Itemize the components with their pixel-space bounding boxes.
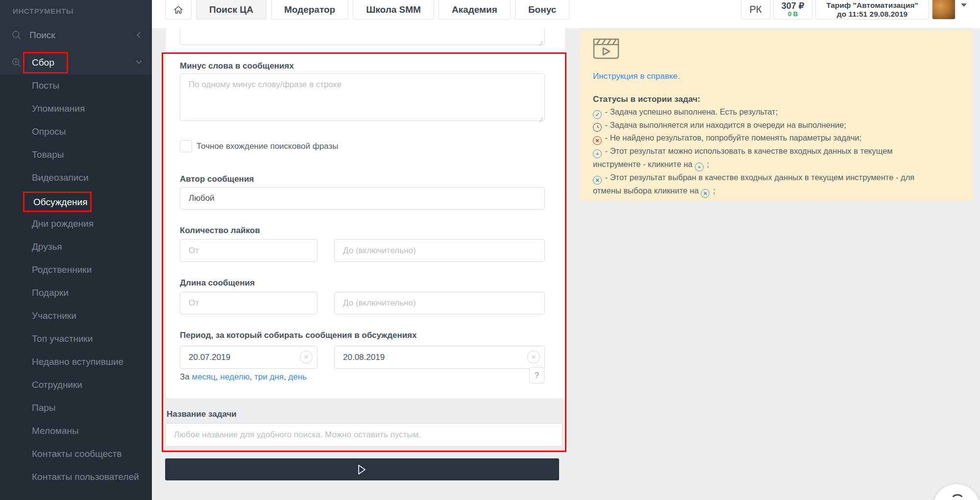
clear-date-icon[interactable]: ✕ <box>300 351 313 363</box>
period-quick-links: За месяц, неделю, три дня, день <box>180 372 307 382</box>
length-label: Длина сообщения <box>180 278 255 288</box>
status-line: ✕ - Не найдено результатов, попробуйте п… <box>593 132 916 145</box>
sidebar-subitem[interactable]: Обсуждения <box>23 191 92 212</box>
minus-words-textarea[interactable] <box>180 73 545 121</box>
cross-red-circle-icon: ✕ <box>593 136 602 145</box>
play-icon <box>358 464 367 475</box>
sidebar-item-label: Поиск <box>29 30 55 41</box>
tab[interactable]: Поиск ЦА <box>196 0 267 20</box>
sidebar: ИНСТРУМЕНТЫ Поиск Сбор ПостыУпоминанияОп… <box>0 0 152 500</box>
video-instruction-icon[interactable] <box>593 35 619 60</box>
sidebar-subitem[interactable]: Подарки <box>23 284 69 304</box>
sidebar-subitem[interactable]: Опросы <box>23 122 66 143</box>
sidebar-subitem[interactable]: Дни рождения <box>23 214 94 235</box>
chevron-left-icon <box>137 32 143 38</box>
topbar-tabs: Поиск ЦАМодераторШкола SMMАкадемияБонус <box>165 0 569 20</box>
run-task-button[interactable] <box>165 458 559 480</box>
home-tab[interactable] <box>165 0 192 20</box>
sidebar-subitem[interactable]: Недавно вступившие <box>23 353 123 373</box>
plus-circle-icon: + <box>593 149 602 158</box>
status-line: ✓ - Задача успешно выполнена. Есть резул… <box>593 106 916 119</box>
period-from-input[interactable] <box>180 346 318 369</box>
search-icon <box>12 30 22 40</box>
form-panel: Минус слова в сообщениях Точное вхождени… <box>166 28 565 398</box>
sidebar-subitem[interactable]: Топ участники <box>23 330 93 350</box>
tab[interactable]: Школа SMM <box>353 0 434 20</box>
sidebar-subitem[interactable]: Контакты сообществ <box>23 445 122 465</box>
sbor-highlight-box: Сбор <box>23 52 68 73</box>
status-line: - Задача выполняется или находится в оче… <box>593 119 916 132</box>
statuses-title: Статусы в истории задач: <box>593 95 700 104</box>
zoom-in-icon <box>12 58 22 68</box>
sidebar-item-search[interactable]: Поиск <box>0 25 152 45</box>
sidebar-subitem[interactable]: Пары <box>23 399 55 419</box>
period-label: Период, за который собирать сообщения в … <box>180 331 416 340</box>
keywords-textarea-partial[interactable] <box>180 28 545 45</box>
length-from-input[interactable] <box>180 292 318 314</box>
plus-circle-icon[interactable]: + <box>695 163 704 171</box>
likes-to-input[interactable] <box>334 239 545 262</box>
caret-down-icon <box>961 3 967 14</box>
sidebar-subitem[interactable]: Посты <box>23 76 59 97</box>
tariff-button[interactable]: Тариф "Автоматизация" до 11:51 29.08.201… <box>815 0 929 20</box>
sidebar-subitem[interactable]: Участники <box>23 307 76 327</box>
author-label: Автор сообщения <box>180 174 254 184</box>
period-link[interactable]: три дня <box>254 372 284 381</box>
sidebar-subitem[interactable]: Видеозаписи <box>23 168 89 189</box>
instruction-link[interactable]: Инструкция в справке. <box>593 71 680 81</box>
tariff-expiry: до 11:51 29.08.2019 <box>837 10 907 19</box>
status-line: + - Этот результат можно использовать в … <box>593 145 916 171</box>
sidebar-item-sbor[interactable]: Сбор <box>0 52 152 73</box>
period-to-input[interactable] <box>334 346 545 369</box>
clock-circle-icon <box>593 123 602 132</box>
sidebar-subitem[interactable]: Товары <box>23 145 64 166</box>
exact-match-label: Точное вхождение поисковой фразы <box>196 142 338 151</box>
sidebar-submenu: ПостыУпоминанияОпросыТоварыВидеозаписиОб… <box>0 74 152 500</box>
cross-blue-circle-icon[interactable]: ✕ <box>701 189 710 198</box>
period-link[interactable]: день <box>288 372 307 381</box>
tariff-name: Тариф "Автоматизация" <box>826 1 918 10</box>
statuses-list: ✓ - Задача успешно выполнена. Есть резул… <box>593 106 916 198</box>
balance-amount: 307 ₽ <box>782 1 805 11</box>
sidebar-subitem[interactable]: Сотрудники <box>23 376 82 396</box>
sidebar-subitem[interactable]: Контакты пользователей <box>23 468 139 488</box>
sidebar-section-title: ИНСТРУМЕНТЫ <box>13 7 74 15</box>
likes-from-input[interactable] <box>180 239 318 262</box>
likes-label: Количество лайков <box>180 226 260 236</box>
chevron-down-icon <box>136 58 142 64</box>
length-to-input[interactable] <box>334 292 545 314</box>
help-panel: Инструкция в справке. Статусы в истории … <box>580 30 973 201</box>
clear-date-icon[interactable]: ✕ <box>527 351 540 363</box>
period-from-field: ✕ <box>180 346 318 369</box>
sidebar-subitem[interactable]: Родственники <box>23 261 92 281</box>
minus-words-label: Минус слова в сообщениях <box>180 61 294 71</box>
status-line: ✕ - Этот результат выбран в качестве вхо… <box>593 171 916 198</box>
app-screen: ИНСТРУМЕНТЫ Поиск Сбор ПостыУпоминанияОп… <box>0 0 980 500</box>
tab[interactable]: Бонус <box>515 0 569 20</box>
check-circle-icon: ✓ <box>593 110 602 119</box>
chat-widget-button[interactable] <box>933 484 980 500</box>
exact-match-checkbox[interactable] <box>180 140 192 152</box>
period-link[interactable]: неделю <box>220 372 250 381</box>
avatar <box>932 0 956 19</box>
tab[interactable]: Модератор <box>271 0 348 20</box>
tab[interactable]: Академия <box>439 0 511 20</box>
topbar: Поиск ЦАМодераторШкола SMMАкадемияБонус … <box>152 0 980 28</box>
period-to-field: ✕ <box>334 346 545 369</box>
sidebar-subitem[interactable]: Друзья <box>23 238 62 258</box>
task-name-label: Название задачи <box>167 409 237 419</box>
author-input[interactable] <box>180 187 545 210</box>
user-menu-caret[interactable] <box>958 6 969 15</box>
balance-votes: 0 В <box>788 11 798 18</box>
period-link[interactable]: месяц <box>192 372 216 381</box>
period-help-button[interactable]: ? <box>529 367 544 383</box>
cross-blue-circle-icon: ✕ <box>593 176 602 185</box>
user-avatar[interactable] <box>932 0 956 20</box>
sidebar-subitem[interactable]: Меломаны <box>23 422 79 442</box>
chat-widget-icon <box>950 494 965 500</box>
rk-button[interactable]: РК <box>741 0 770 20</box>
balance-button[interactable]: 307 ₽ 0 В <box>773 0 812 20</box>
sidebar-subitem[interactable]: Упоминания <box>23 99 85 120</box>
home-icon <box>173 4 184 15</box>
task-name-input[interactable] <box>165 423 563 447</box>
